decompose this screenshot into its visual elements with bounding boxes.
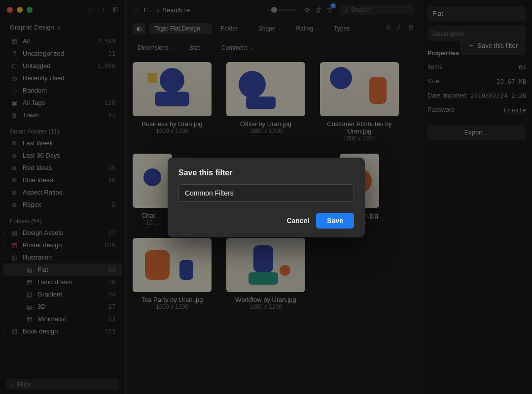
save-button[interactable]: Save xyxy=(316,213,354,229)
cancel-button[interactable]: Cancel xyxy=(286,217,309,225)
filter-name-input[interactable] xyxy=(178,184,354,202)
save-filter-modal: Save this filter Cancel Save xyxy=(168,158,365,237)
modal-title: Save this filter xyxy=(178,168,354,177)
